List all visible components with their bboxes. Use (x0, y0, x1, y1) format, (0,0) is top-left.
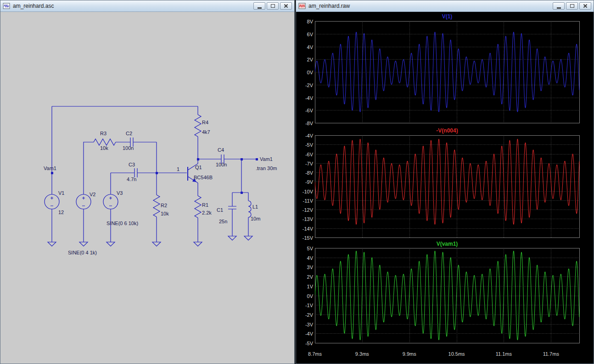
capacitor-c1[interactable] (228, 206, 236, 209)
label-net-vam1-left[interactable]: Vam1 (44, 165, 56, 171)
y-axis-tick-label[interactable]: -3V (296, 321, 313, 328)
x-axis-tick-label[interactable]: 11.1ms (493, 351, 514, 357)
resistor-r3[interactable] (94, 139, 116, 145)
label-v2-value[interactable]: SINE(0 4 1k) (68, 250, 97, 255)
label-net-vam1-right[interactable]: Vam1 (260, 156, 273, 162)
label-l1-value[interactable]: 10m (251, 216, 260, 221)
y-axis-tick-label[interactable]: 1V (296, 283, 313, 290)
minimize-button[interactable] (253, 2, 265, 10)
waveform-chart-icon[interactable] (298, 2, 306, 10)
y-axis-tick-label[interactable]: -13V (296, 216, 313, 222)
y-axis-tick-label[interactable]: -5V (296, 142, 313, 148)
y-axis-tick-label[interactable]: -14V (296, 226, 313, 232)
label-v3-value[interactable]: SINE(0 6 10k) (106, 221, 138, 226)
waveform-viewer[interactable]: V(1) -V(n004) V(vam1) 8V6V4V2V0V-2V-4V-6… (296, 12, 594, 364)
schematic-drawing[interactable]: Vam1 V1 12 V2 SINE(0 4 1k) V3 SINE(0 6 1… (0, 12, 294, 364)
x-axis-tick-label[interactable]: 9.3ms (352, 351, 372, 357)
waveform-pane-1[interactable] (315, 21, 580, 123)
close-button[interactable] (579, 2, 591, 10)
label-net-1[interactable]: 1 (177, 166, 179, 172)
label-c4-value[interactable]: 100n (216, 162, 227, 167)
y-axis-tick-label[interactable]: 5V (296, 245, 313, 252)
resistor-r1[interactable] (195, 196, 201, 218)
label-r4-value[interactable]: 4k7 (202, 129, 210, 135)
waveform-titlebar[interactable]: am_reinhard.raw (296, 0, 594, 12)
y-axis-tick-label[interactable]: 8V (296, 18, 313, 25)
label-v1-ref[interactable]: V1 (58, 190, 64, 196)
y-axis-tick-label[interactable]: 0V (296, 293, 313, 299)
resistor-r2[interactable] (153, 195, 160, 217)
label-c2-value[interactable]: 100n (123, 145, 134, 151)
y-axis-tick-label[interactable]: -4V (296, 331, 313, 337)
y-axis-tick-label[interactable]: 4V (296, 44, 313, 50)
label-c1-ref[interactable]: C1 (217, 207, 223, 213)
x-axis-tick-label[interactable]: 10.5ms (447, 351, 467, 357)
maximize-button[interactable] (267, 2, 279, 10)
minimize-button[interactable] (553, 2, 565, 10)
trace-title-vvam1[interactable]: V(vam1) (315, 241, 579, 247)
source-v3[interactable] (103, 194, 118, 209)
schematic-titlebar[interactable]: am_reinhard.asc (0, 0, 294, 12)
label-r2-value[interactable]: 10k (161, 211, 169, 216)
x-axis-tick-label[interactable]: 8.7ms (305, 351, 325, 357)
label-r3-ref[interactable]: R3 (100, 131, 106, 136)
label-r1-ref[interactable]: R1 (202, 202, 208, 208)
label-l1-ref[interactable]: L1 (252, 204, 258, 210)
trace-title-v1[interactable]: V(1) (315, 13, 579, 20)
net-port-node (256, 158, 258, 160)
trace-title-vn004[interactable]: -V(n004) (315, 127, 579, 134)
ground-symbols[interactable] (48, 236, 252, 246)
label-c2-ref[interactable]: C2 (126, 131, 132, 136)
waveform-pane-3[interactable] (315, 248, 580, 343)
y-axis-tick-label[interactable]: -4V (296, 132, 313, 139)
source-v2[interactable] (76, 194, 91, 209)
y-axis-tick-label[interactable]: 2V (296, 274, 313, 280)
label-c3-ref[interactable]: C3 (129, 162, 135, 167)
close-button[interactable] (280, 2, 292, 10)
y-axis-tick-label[interactable]: -8V (296, 120, 313, 127)
schematic-canvas[interactable]: Vam1 V1 12 V2 SINE(0 4 1k) V3 SINE(0 6 1… (0, 12, 294, 364)
y-axis-tick-label[interactable]: -11V (296, 198, 313, 204)
label-c4-ref[interactable]: C4 (218, 147, 224, 153)
y-axis-tick-label[interactable]: -2V (296, 82, 313, 88)
maximize-icon (570, 4, 574, 8)
y-axis-tick-label[interactable]: 6V (296, 31, 313, 38)
label-v3-ref[interactable]: V3 (117, 190, 123, 196)
y-axis-tick-label[interactable]: -7V (296, 160, 313, 167)
label-r1-value[interactable]: 2.2k (202, 210, 212, 215)
y-axis-tick-label[interactable]: 4V (296, 255, 313, 261)
label-c3-value[interactable]: 4.7n (127, 176, 136, 182)
y-axis-tick-label[interactable]: 2V (296, 56, 313, 63)
label-v1-value[interactable]: 12 (58, 210, 64, 215)
y-axis-tick-label[interactable]: -9V (296, 179, 313, 185)
y-axis-tick-label[interactable]: -15V (296, 235, 313, 241)
x-axis-tick-label[interactable]: 9.9ms (399, 351, 420, 357)
y-axis-tick-label[interactable]: -2V (296, 312, 313, 318)
y-axis-tick-label[interactable]: 0V (296, 69, 313, 76)
y-axis-tick-label[interactable]: -1V (296, 302, 313, 309)
y-axis-tick-label[interactable]: -6V (296, 107, 313, 114)
inductor-l1[interactable] (248, 201, 251, 217)
y-axis-tick-label[interactable]: -6V (296, 151, 313, 158)
label-tran-directive[interactable]: .tran 30m (256, 165, 277, 171)
capacitor-c3[interactable] (134, 168, 137, 177)
y-axis-tick-label[interactable]: -8V (296, 170, 313, 176)
y-axis-tick-label[interactable]: -12V (296, 207, 313, 213)
label-v2-ref[interactable]: V2 (90, 192, 95, 197)
label-q1-ref[interactable]: Q1 (195, 165, 202, 170)
waveform-pane-2[interactable] (315, 135, 580, 238)
y-axis-tick-label[interactable]: -10V (296, 188, 313, 195)
source-v1[interactable] (45, 194, 59, 209)
y-axis-tick-label[interactable]: -4V (296, 95, 313, 101)
label-r4-ref[interactable]: R4 (202, 120, 208, 125)
label-c1-value[interactable]: 25n (219, 219, 227, 224)
schematic-document-icon[interactable] (3, 2, 10, 10)
label-r3-value[interactable]: 10k (100, 145, 108, 151)
resistor-r4[interactable] (195, 115, 201, 137)
y-axis-tick-label[interactable]: -5V (296, 340, 313, 347)
label-r2-ref[interactable]: R2 (161, 203, 167, 208)
label-q1-value[interactable]: BC546B (194, 175, 213, 180)
maximize-button[interactable] (566, 2, 578, 10)
x-axis-tick-label[interactable]: 11.7ms (541, 351, 561, 357)
y-axis-tick-label[interactable]: 3V (296, 264, 313, 270)
